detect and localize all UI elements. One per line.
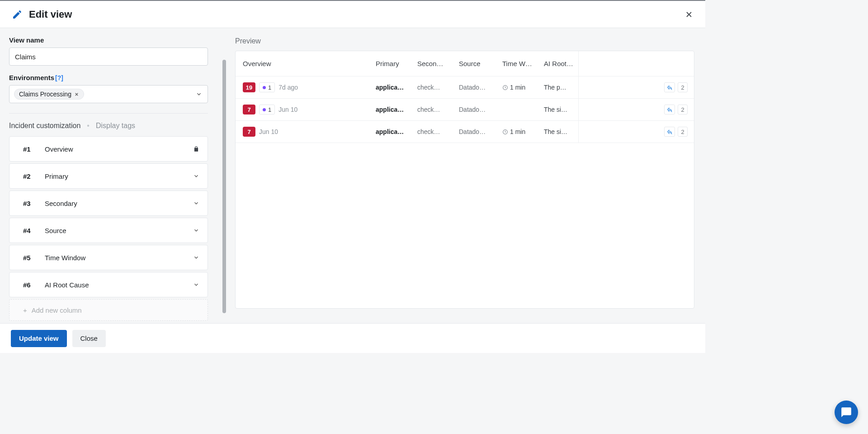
- cell-primary: applica…: [371, 128, 413, 135]
- cell-overview: 1917d ago: [236, 82, 371, 92]
- cell-overview: 71Jun 10: [236, 105, 371, 114]
- cell-source: Datado…: [454, 106, 498, 113]
- column-name: Primary: [45, 172, 193, 180]
- chevron-down-icon: [193, 227, 199, 234]
- customization-tabs: Incident customization • Display tags: [9, 122, 217, 130]
- share-button[interactable]: [664, 127, 675, 137]
- relative-time: Jun 10: [278, 106, 297, 113]
- chevron-down-icon: [193, 281, 199, 288]
- chip-remove-icon[interactable]: [74, 92, 79, 97]
- relative-time: 7d ago: [278, 84, 298, 91]
- divider: [9, 113, 208, 114]
- sub-count-badge: 1: [259, 105, 275, 114]
- view-name-input[interactable]: [9, 48, 208, 66]
- th-primary[interactable]: Primary: [371, 60, 413, 67]
- edit-icon: [12, 9, 23, 20]
- th-source[interactable]: Source: [454, 60, 498, 67]
- share-button[interactable]: [664, 82, 675, 92]
- cell-rootcause: The si…: [539, 128, 578, 135]
- th-overview[interactable]: Overview: [236, 60, 371, 67]
- cell-secondary: check…: [413, 84, 454, 91]
- chevron-down-icon: [193, 254, 199, 261]
- column-card[interactable]: #6AI Root Cause: [9, 272, 208, 297]
- share-button[interactable]: [664, 105, 675, 114]
- cell-timewindow: 1 min: [498, 128, 539, 135]
- cell-secondary: check…: [413, 106, 454, 113]
- left-config-panel: View name Environments[?] Claims Process…: [0, 28, 226, 323]
- column-name: Source: [45, 227, 193, 234]
- environment-chip: Claims Processing: [14, 89, 84, 100]
- preview-table: Overview Primary Secon… Source Time W… A…: [235, 51, 694, 309]
- column-index: #6: [23, 281, 45, 289]
- preview-panel: Preview Overview Primary Secon… Source T…: [226, 28, 705, 323]
- column-name: Time Window: [45, 254, 193, 262]
- cell-rootcause: The si…: [539, 106, 578, 113]
- close-icon[interactable]: [684, 10, 693, 19]
- count-badge: 7: [243, 105, 255, 114]
- count-badge: 19: [243, 82, 255, 92]
- preview-label: Preview: [235, 37, 694, 45]
- column-name: Secondary: [45, 200, 193, 207]
- column-name: AI Root Cause: [45, 281, 193, 289]
- add-column-button[interactable]: +Add new column: [9, 299, 208, 321]
- relative-time: Jun 10: [259, 128, 278, 135]
- table-row[interactable]: 71Jun 10applica…check…Datado…The si…2: [236, 99, 694, 121]
- th-actions: [578, 51, 694, 76]
- dialog-header: Edit view: [0, 1, 705, 28]
- close-button[interactable]: Close: [72, 330, 106, 347]
- column-name: Overview: [45, 145, 193, 153]
- table-header: Overview Primary Secon… Source Time W… A…: [236, 51, 694, 76]
- environments-select[interactable]: Claims Processing: [9, 85, 208, 103]
- column-card[interactable]: #4Source: [9, 218, 208, 243]
- cell-source: Datado…: [454, 128, 498, 135]
- update-view-button[interactable]: Update view: [11, 330, 67, 347]
- column-card[interactable]: #5Time Window: [9, 245, 208, 270]
- cell-actions: 2: [578, 121, 694, 143]
- clock-icon: [502, 129, 508, 135]
- column-card[interactable]: #2Primary: [9, 163, 208, 189]
- column-index: #5: [23, 254, 45, 262]
- tab-incident-customization[interactable]: Incident customization: [9, 122, 80, 130]
- scrollbar[interactable]: [222, 60, 226, 313]
- count-badge: 7: [243, 127, 255, 137]
- view-name-label: View name: [9, 36, 217, 44]
- cell-actions: 2: [578, 99, 694, 120]
- th-timewindow[interactable]: Time W…: [498, 60, 539, 67]
- th-secondary[interactable]: Secon…: [413, 60, 454, 67]
- tab-display-tags[interactable]: Display tags: [96, 122, 135, 130]
- sub-count-badge: 1: [259, 82, 275, 92]
- environments-label: Environments[?]: [9, 74, 217, 81]
- column-index: #4: [23, 227, 45, 234]
- help-icon[interactable]: [?]: [55, 74, 63, 81]
- share-count: 2: [678, 82, 688, 92]
- column-index: #1: [23, 145, 45, 153]
- share-count: 2: [678, 127, 688, 137]
- th-rootcause[interactable]: AI Root…: [539, 60, 578, 67]
- column-index: #3: [23, 200, 45, 207]
- dialog-title: Edit view: [29, 9, 72, 20]
- cell-source: Datado…: [454, 84, 498, 91]
- column-card[interactable]: #3Secondary: [9, 191, 208, 216]
- table-row[interactable]: 7Jun 10applica…check…Datado…1 minThe si……: [236, 121, 694, 143]
- cell-timewindow: 1 min: [498, 84, 539, 91]
- column-card[interactable]: #1Overview: [9, 136, 208, 162]
- clock-icon: [502, 85, 508, 91]
- column-index: #2: [23, 172, 45, 180]
- cell-actions: 2: [578, 76, 694, 98]
- chevron-down-icon: [193, 173, 199, 179]
- chevron-down-icon: [193, 200, 199, 206]
- chevron-down-icon: [196, 91, 202, 97]
- cell-secondary: check…: [413, 128, 454, 135]
- cell-overview: 7Jun 10: [236, 127, 371, 137]
- cell-rootcause: The p…: [539, 84, 578, 91]
- lock-icon: [193, 146, 199, 152]
- share-count: 2: [678, 105, 688, 114]
- dialog-footer: Update view Close: [0, 323, 705, 353]
- cell-primary: applica…: [371, 84, 413, 91]
- table-row[interactable]: 1917d agoapplica…check…Datado…1 minThe p…: [236, 76, 694, 99]
- cell-primary: applica…: [371, 106, 413, 113]
- columns-list: #1Overview#2Primary#3Secondary#4Source#5…: [9, 136, 217, 297]
